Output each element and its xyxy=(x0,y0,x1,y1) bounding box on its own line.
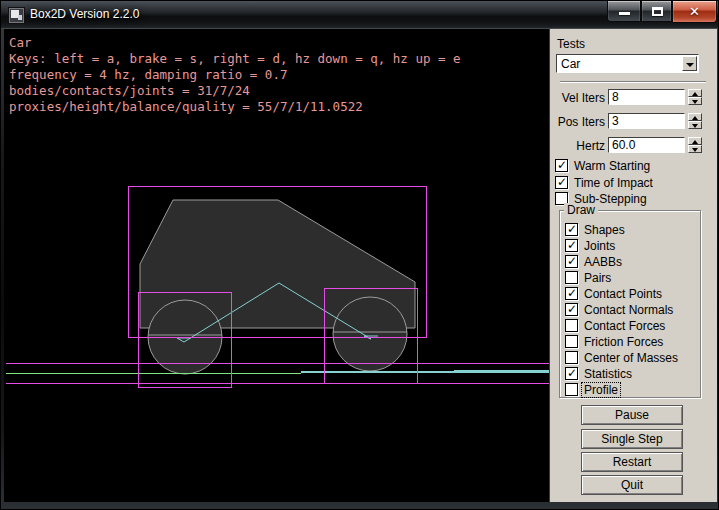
vel-iters-spinner xyxy=(688,89,702,105)
checkbox-label: Time of Impact xyxy=(574,176,653,190)
checkbox-label: Friction Forces xyxy=(584,335,663,349)
checkbox-label: AABBs xyxy=(584,255,622,269)
spinner-down-button[interactable] xyxy=(688,97,702,105)
pos-iters-input[interactable] xyxy=(608,113,685,129)
stats-line-4: proxies/height/balance/quality = 55/7/1/… xyxy=(9,99,461,115)
minimize-button[interactable] xyxy=(607,1,641,22)
control-panel: Tests Car Vel Iters Pos Iters xyxy=(549,29,717,502)
check-icon: ✓ xyxy=(557,175,567,189)
spinner-up-button[interactable] xyxy=(688,137,702,145)
hertz-spinner xyxy=(688,137,702,153)
arrow-up-icon xyxy=(692,116,698,120)
spinner-up-button[interactable] xyxy=(688,89,702,97)
debug-stats-text: CarKeys: left = a, brake = s, right = d,… xyxy=(9,35,461,115)
pos-iters-label: Pos Iters xyxy=(550,115,605,129)
app-icon-block-small xyxy=(18,15,22,20)
hertz-input[interactable] xyxy=(608,137,685,153)
arrow-up-icon xyxy=(692,140,698,144)
stats-line-1: Keys: left = a, brake = s, right = d, hz… xyxy=(9,51,461,67)
spinner-up-button[interactable] xyxy=(688,113,702,121)
checkbox-box[interactable]: ✓ xyxy=(565,303,578,316)
tests-label: Tests xyxy=(557,37,585,51)
checkbox-box[interactable]: ✓ xyxy=(565,287,578,300)
checkbox-box[interactable]: ✓ xyxy=(565,255,578,268)
single-step-button[interactable]: Single Step xyxy=(581,429,683,449)
pause-button[interactable]: Pause xyxy=(581,405,683,425)
checkbox-box[interactable]: ✓ xyxy=(565,223,578,236)
checkbox-label: Shapes xyxy=(584,223,625,237)
checkbox-label: Contact Points xyxy=(584,287,662,301)
tests-dropdown-button[interactable] xyxy=(682,56,697,71)
checkbox-box[interactable]: ✓ xyxy=(565,367,578,380)
checkbox-box[interactable] xyxy=(565,383,578,396)
checkbox-box[interactable]: ✓ xyxy=(555,159,568,172)
spinner-down-button[interactable] xyxy=(688,145,702,153)
checkbox-label: Warm Starting xyxy=(574,159,650,173)
stats-line-2: frequency = 4 hz, damping ratio = 0.7 xyxy=(9,67,461,83)
check-icon: ✓ xyxy=(567,222,577,236)
check-icon: ✓ xyxy=(557,158,567,172)
quit-button[interactable]: Quit xyxy=(581,475,683,495)
close-button[interactable]: ✕ xyxy=(672,1,717,23)
tests-dropdown-value: Car xyxy=(561,56,580,72)
stats-line-0: Car xyxy=(9,35,461,51)
arrow-down-icon xyxy=(692,124,698,128)
hertz-row: Hertz xyxy=(550,137,718,153)
app-window: Box2D Version 2.2.0 ✕ CarKeys: left = a,… xyxy=(0,0,719,510)
checkbox-box[interactable] xyxy=(565,271,578,284)
pos-iters-spinner xyxy=(688,113,702,129)
check-icon: ✓ xyxy=(567,302,577,316)
checkbox-label: Pairs xyxy=(584,271,611,285)
tests-dropdown[interactable]: Car xyxy=(556,54,699,73)
pos-iters-row: Pos Iters xyxy=(550,113,718,129)
caption-buttons: ✕ xyxy=(607,1,717,23)
checkbox-box[interactable]: ✓ xyxy=(565,239,578,252)
check-icon: ✓ xyxy=(567,366,577,380)
check-icon: ✓ xyxy=(567,254,577,268)
checkbox-label: Contact Forces xyxy=(584,319,665,333)
check-icon: ✓ xyxy=(567,286,577,300)
maximize-button[interactable] xyxy=(641,1,672,22)
check-icon: ✓ xyxy=(567,238,577,252)
vel-iters-input[interactable] xyxy=(608,89,685,105)
checkbox-label: Profile xyxy=(582,383,620,397)
separator xyxy=(560,81,706,83)
close-icon: ✕ xyxy=(673,2,716,22)
checkbox-box[interactable] xyxy=(565,351,578,364)
arrow-down-icon xyxy=(692,148,698,152)
draw-group-title: Draw xyxy=(564,203,598,217)
checkbox-box[interactable] xyxy=(565,335,578,348)
checkbox-label: Center of Masses xyxy=(584,351,678,365)
checkbox-box[interactable]: ✓ xyxy=(555,176,568,189)
minimize-icon xyxy=(619,12,630,15)
maximize-icon xyxy=(652,7,663,16)
checkbox-label: Joints xyxy=(584,239,615,253)
spinner-down-button[interactable] xyxy=(688,121,702,129)
app-icon[interactable] xyxy=(9,8,24,23)
hertz-label: Hertz xyxy=(550,139,605,153)
checkbox-label: Contact Normals xyxy=(584,303,673,317)
window-title: Box2D Version 2.2.0 xyxy=(30,1,139,29)
stats-line-3: bodies/contacts/joints = 31/7/24 xyxy=(9,83,461,99)
vel-iters-label: Vel Iters xyxy=(550,91,605,105)
car-wheel-shape-1 xyxy=(333,297,407,371)
arrow-down-icon xyxy=(692,100,698,104)
titlebar[interactable]: Box2D Version 2.2.0 ✕ xyxy=(1,1,719,29)
arrow-up-icon xyxy=(692,92,698,96)
vel-iters-row: Vel Iters xyxy=(550,89,718,105)
checkbox-box[interactable] xyxy=(565,319,578,332)
restart-button[interactable]: Restart xyxy=(581,452,683,472)
checkbox-label: Statistics xyxy=(584,367,632,381)
chevron-down-icon xyxy=(686,63,694,67)
simulation-canvas[interactable]: CarKeys: left = a, brake = s, right = d,… xyxy=(4,29,549,502)
